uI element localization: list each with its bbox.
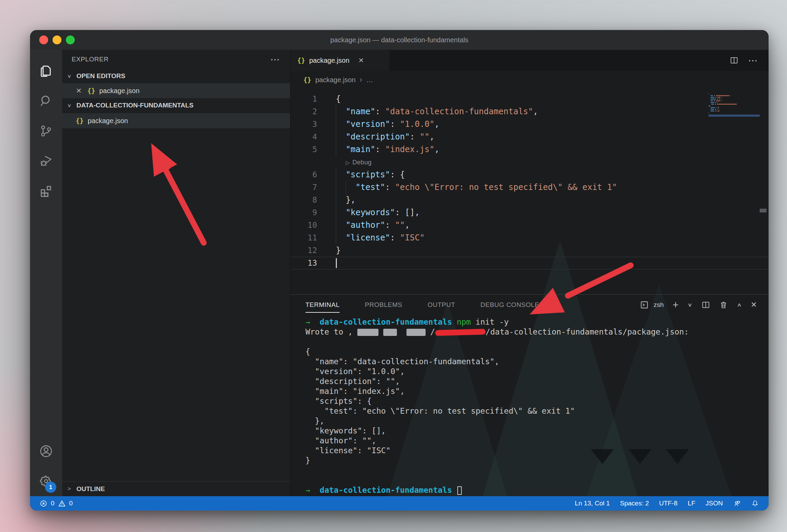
- terminal-line: {: [305, 347, 769, 357]
- vscode-window: package.json — data-collection-fundament…: [30, 30, 769, 511]
- terminal-line: → data-collection-fundamentals: [305, 485, 769, 495]
- terminal-line: }: [305, 456, 769, 466]
- chevron-down-icon: ∨: [66, 102, 73, 108]
- window-title: package.json — data-collection-fundament…: [30, 36, 769, 44]
- code-editor[interactable]: 1{2 "name": "data-collection-fundamental…: [290, 89, 769, 294]
- terminal-icon: [640, 300, 649, 309]
- terminal-line: [305, 337, 769, 347]
- problems-status[interactable]: 0 0: [40, 500, 73, 507]
- code-line-6[interactable]: 6 "scripts": {: [290, 168, 769, 181]
- code-line-9[interactable]: 9 "keywords": [],: [290, 206, 769, 219]
- outline-section-header[interactable]: > OUTLINE: [62, 481, 290, 496]
- code-line-1[interactable]: 1{: [290, 93, 769, 105]
- eol-sequence[interactable]: LF: [688, 500, 695, 507]
- terminal-line: "name": "data-collection-fundamentals",: [305, 357, 769, 367]
- editor-actions: ⋯: [730, 50, 769, 71]
- maximize-panel-icon[interactable]: ∧: [737, 302, 742, 308]
- error-icon: [40, 500, 47, 507]
- notifications-bell-icon[interactable]: [751, 500, 759, 507]
- breadcrumb-file[interactable]: package.json: [315, 76, 356, 84]
- breadcrumb-more[interactable]: …: [366, 76, 373, 84]
- terminal-line: Wrote to , //data-collection-fundamental…: [305, 327, 769, 337]
- tab-package-json[interactable]: {} package.json ✕: [290, 50, 389, 71]
- code-line-13[interactable]: 13: [290, 257, 769, 269]
- warning-icon: [58, 500, 66, 507]
- tab-terminal[interactable]: TERMINAL: [305, 301, 340, 309]
- status-bar: 0 0 Ln 13, Col 1 Spaces: 2 UTF-8 LF JSON: [30, 496, 769, 511]
- terminal-line: "test": "echo \"Error: no test specified…: [305, 406, 769, 416]
- terminal-line: "keywords": [],: [305, 426, 769, 436]
- title-bar: package.json — data-collection-fundament…: [30, 30, 769, 50]
- code-line-5[interactable]: 5 "main": "index.js",: [290, 143, 769, 156]
- cursor-position[interactable]: Ln 13, Col 1: [575, 500, 610, 507]
- workspace-section-header[interactable]: ∨ DATA-COLLECTION-FUNDAMENTALS: [62, 98, 290, 113]
- editor-column: {} package.json ✕ ⋯ {} package.json › …: [290, 50, 769, 496]
- breadcrumb[interactable]: {} package.json › …: [290, 71, 769, 89]
- source-control-icon[interactable]: [35, 116, 57, 146]
- code-line-7[interactable]: 7 "test": "echo \"Error: no test specifi…: [290, 181, 769, 194]
- file-item-label: package.json: [88, 117, 128, 125]
- codelens-debug[interactable]: ▷Debug: [290, 156, 769, 168]
- terminal-line: "main": "index.js",: [305, 386, 769, 396]
- error-count: 0: [51, 500, 55, 507]
- explorer-title: EXPLORER: [72, 56, 270, 63]
- explorer-sidebar: EXPLORER ⋯ ∨ OPEN EDITORS ✕ {} package.j…: [62, 50, 290, 496]
- explorer-more-actions-icon[interactable]: ⋯: [270, 54, 281, 65]
- kill-terminal-trash-icon[interactable]: [719, 300, 728, 309]
- terminal-line: "scripts": {: [305, 396, 769, 406]
- language-mode[interactable]: JSON: [705, 500, 723, 507]
- split-editor-icon[interactable]: [730, 56, 739, 65]
- open-editor-item-package-json[interactable]: ✕ {} package.json: [62, 83, 290, 98]
- terminal-line: [305, 475, 769, 485]
- code-line-12[interactable]: 12}: [290, 244, 769, 257]
- feedback-icon[interactable]: [733, 500, 741, 507]
- tab-output[interactable]: OUTPUT: [428, 301, 455, 309]
- terminal-line: },: [305, 416, 769, 426]
- minimap[interactable]: [709, 93, 760, 117]
- tab-problems[interactable]: PROBLEMS: [365, 301, 402, 309]
- outline-label: OUTLINE: [76, 485, 105, 493]
- code-line-8[interactable]: 8 },: [290, 194, 769, 206]
- code-line-4[interactable]: 4 "description": "",: [290, 131, 769, 143]
- terminal-line: "description": "",: [305, 376, 769, 386]
- shell-label: zsh: [654, 301, 664, 309]
- tab-label: package.json: [309, 57, 349, 64]
- encoding[interactable]: UTF-8: [659, 500, 677, 507]
- new-terminal-icon[interactable]: +: [673, 299, 679, 311]
- settings-gear-icon[interactable]: 1: [35, 466, 57, 496]
- explorer-header: EXPLORER ⋯: [62, 50, 290, 69]
- terminal-line: "version": "1.0.0",: [305, 367, 769, 376]
- split-terminal-icon[interactable]: [701, 300, 710, 309]
- tab-close-icon[interactable]: ✕: [358, 56, 364, 64]
- code-line-3[interactable]: 3 "version": "1.0.0",: [290, 118, 769, 131]
- open-editors-section-header[interactable]: ∨ OPEN EDITORS: [62, 69, 290, 83]
- editor-more-actions-icon[interactable]: ⋯: [748, 55, 758, 66]
- indentation[interactable]: Spaces: 2: [620, 500, 649, 507]
- scrollbar-handle[interactable]: [760, 209, 767, 212]
- account-icon[interactable]: [35, 436, 57, 466]
- sidebar-empty-area: [62, 128, 290, 481]
- extensions-icon[interactable]: [35, 176, 57, 206]
- search-icon[interactable]: [35, 86, 57, 116]
- close-panel-icon[interactable]: ✕: [751, 300, 757, 309]
- terminal-line: "license": "ISC": [305, 446, 769, 456]
- code-line-2[interactable]: 2 "name": "data-collection-fundamentals"…: [290, 105, 769, 118]
- run-debug-icon[interactable]: [35, 146, 57, 176]
- explorer-icon[interactable]: [35, 56, 57, 86]
- open-editors-label: OPEN EDITORS: [76, 72, 125, 80]
- json-file-icon: {}: [303, 76, 311, 84]
- code-lines: 1{2 "name": "data-collection-fundamental…: [290, 93, 769, 269]
- code-line-11[interactable]: 11 "license": "ISC": [290, 232, 769, 244]
- terminal-line: [305, 466, 769, 475]
- panel-tab-bar: TERMINAL PROBLEMS OUTPUT DEBUG CONSOLE z…: [290, 295, 769, 315]
- file-item-package-json[interactable]: {} package.json: [62, 113, 290, 128]
- terminal-dropdown-icon[interactable]: ∨: [687, 302, 692, 308]
- activity-bar: 1: [30, 50, 62, 496]
- breadcrumb-separator-icon: ›: [360, 75, 362, 84]
- bottom-panel: TERMINAL PROBLEMS OUTPUT DEBUG CONSOLE z…: [290, 294, 769, 496]
- tab-debug-console[interactable]: DEBUG CONSOLE: [481, 301, 539, 309]
- terminal-content[interactable]: → data-collection-fundamentals npm init …: [290, 315, 769, 496]
- terminal-line: → data-collection-fundamentals npm init …: [305, 317, 769, 327]
- close-editor-icon[interactable]: ✕: [74, 87, 83, 95]
- code-line-10[interactable]: 10 "author": "",: [290, 219, 769, 232]
